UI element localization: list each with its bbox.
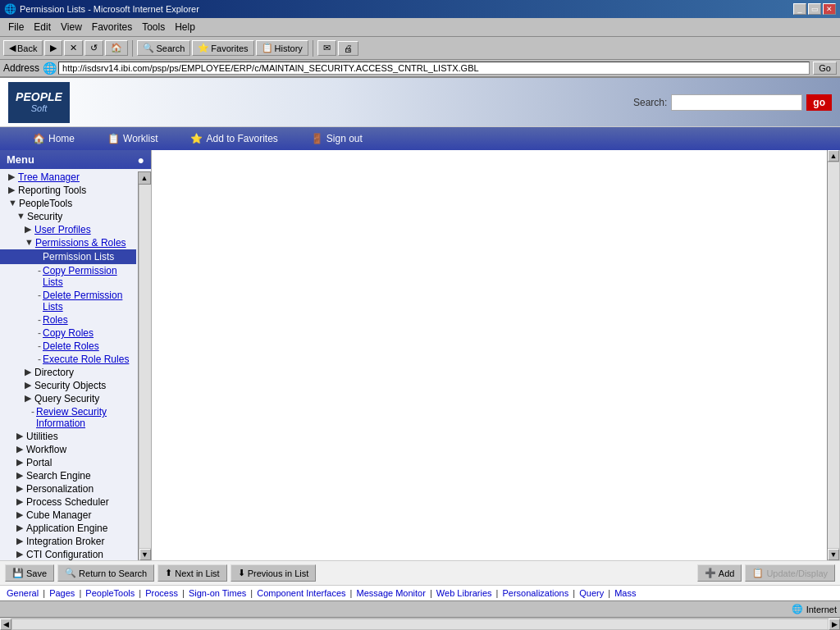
forward-button[interactable]: ▶ xyxy=(44,40,62,56)
minimize-button[interactable]: _ xyxy=(793,3,806,15)
menu-help[interactable]: Help xyxy=(170,20,200,34)
bottom-toolbar: 💾 💾 Save Save 🔍 Return to Search ⬆ Next … xyxy=(0,560,840,585)
sidebar-item-integration-broker[interactable]: ▶ Integration Broker xyxy=(0,535,136,548)
sidebar-title: Menu xyxy=(7,153,34,166)
footer-link-process[interactable]: Process xyxy=(145,588,178,598)
footer-link-peopletools[interactable]: PeopleTools xyxy=(85,588,135,598)
sidebar-item-execute-role-rules[interactable]: - Execute Role Rules xyxy=(0,353,136,366)
tree-toggle-directory: ▶ xyxy=(25,367,33,377)
nav-worklist[interactable]: 📋 Worklist xyxy=(91,130,174,147)
ps-go-button[interactable]: go xyxy=(806,94,832,111)
signout-icon: 🚪 xyxy=(311,133,323,144)
sidebar-collapse-button[interactable]: ● xyxy=(138,154,144,166)
footer-links: General | Pages | PeopleTools | Process … xyxy=(0,585,840,600)
sidebar-item-roles[interactable]: - Roles xyxy=(0,313,136,326)
add-icon: ➕ xyxy=(705,568,716,578)
sidebar-label-process-scheduler: Process Scheduler xyxy=(26,496,109,508)
footer-link-general[interactable]: General xyxy=(7,588,39,598)
sidebar-item-tree-manager[interactable]: ▶ Tree Manager xyxy=(0,171,136,184)
save-button[interactable]: 💾 💾 Save Save xyxy=(5,564,54,582)
history-button[interactable]: 📋 History xyxy=(256,40,308,56)
menu-view[interactable]: View xyxy=(56,20,87,34)
ie-icon: 🌐 xyxy=(4,3,16,15)
tree-toggle-integration-broker: ▶ xyxy=(16,536,25,546)
close-button[interactable]: ✕ xyxy=(823,3,836,15)
refresh-button[interactable]: ↺ xyxy=(84,40,103,56)
sidebar-item-user-profiles[interactable]: ▶ User Profiles xyxy=(0,223,136,236)
sidebar-label-tree-manager: Tree Manager xyxy=(18,171,80,183)
menu-tools[interactable]: Tools xyxy=(137,20,170,34)
scroll-left-button[interactable]: ◀ xyxy=(0,619,11,630)
nav-signout[interactable]: 🚪 Sign out xyxy=(294,130,379,147)
tree-toggle-utilities: ▶ xyxy=(16,431,25,441)
sidebar-item-query-security[interactable]: ▶ Query Security xyxy=(0,392,136,405)
sidebar-item-process-scheduler[interactable]: ▶ Process Scheduler xyxy=(0,495,136,509)
sidebar-item-application-engine[interactable]: ▶ Application Engine xyxy=(0,522,136,535)
add-button[interactable]: ➕ Add xyxy=(697,564,742,582)
footer-link-message-monitor[interactable]: Message Monitor xyxy=(356,588,425,598)
dash-execute-role-rules: - xyxy=(38,354,41,365)
back-button[interactable]: ◀ Back xyxy=(3,40,43,56)
scroll-right-button[interactable]: ▶ xyxy=(829,619,840,630)
sidebar-item-search-engine[interactable]: ▶ Search Engine xyxy=(0,469,136,482)
sidebar-item-utilities[interactable]: ▶ Utilities xyxy=(0,430,136,443)
nav-home[interactable]: 🏠 Home xyxy=(16,130,91,147)
mail-button[interactable]: ✉ xyxy=(317,40,336,56)
zone-text: Internet xyxy=(806,605,837,614)
sidebar-item-review-security[interactable]: - Review Security Information xyxy=(0,405,136,430)
favorites-button[interactable]: ⭐ Favorites xyxy=(192,40,253,56)
nav-home-label: Home xyxy=(48,133,75,144)
sidebar-item-delete-roles[interactable]: - Delete Roles xyxy=(0,340,136,353)
home-button[interactable]: 🏠 xyxy=(105,40,128,56)
nav-add-favorites[interactable]: ⭐ Add to Favorites xyxy=(174,130,294,147)
tree-toggle-process-scheduler: ▶ xyxy=(16,496,25,507)
stop-button[interactable]: ✕ xyxy=(64,40,83,56)
sidebar-item-permissions-roles[interactable]: ▼ Permissions & Roles xyxy=(0,236,136,249)
sidebar-item-permission-lists[interactable]: Permission Lists xyxy=(0,249,136,264)
sidebar-item-cube-manager[interactable]: ▶ Cube Manager xyxy=(0,509,136,522)
sidebar-label-roles: Roles xyxy=(43,314,68,326)
footer-link-personalizations[interactable]: Personalizations xyxy=(503,588,569,598)
sidebar-item-delete-permission-lists[interactable]: - Delete Permission Lists xyxy=(0,289,136,313)
sidebar-item-personalization[interactable]: ▶ Personalization xyxy=(0,482,136,495)
sidebar-label-copy-permission-lists: Copy Permission Lists xyxy=(43,265,136,288)
sidebar-scroll-up[interactable]: ▲ xyxy=(138,171,151,185)
footer-link-component-interfaces[interactable]: Component Interfaces xyxy=(257,588,345,598)
menu-edit[interactable]: Edit xyxy=(29,20,56,34)
previous-in-list-button[interactable]: ⬇ Previous in List xyxy=(231,564,317,582)
main-scroll-down[interactable]: ▼ xyxy=(828,549,839,560)
next-in-list-button[interactable]: ⬆ Next in List xyxy=(158,564,226,582)
menu-file[interactable]: File xyxy=(3,20,29,34)
search-button[interactable]: 🔍 Search xyxy=(137,40,190,56)
footer-link-query[interactable]: Query xyxy=(579,588,604,598)
menu-favorites[interactable]: Favorites xyxy=(87,20,137,34)
main-scroll-up[interactable]: ▲ xyxy=(828,150,839,162)
sidebar-item-directory[interactable]: ▶ Directory xyxy=(0,366,136,379)
window-title-text: Permission Lists - Microsoft Internet Ex… xyxy=(20,4,199,14)
address-input[interactable] xyxy=(58,62,810,75)
restore-button[interactable]: ▭ xyxy=(808,3,821,15)
footer-link-web-libraries[interactable]: Web Libraries xyxy=(436,588,492,598)
ps-search-input[interactable] xyxy=(671,94,802,111)
update-display-button[interactable]: 📋 Update/Display xyxy=(745,564,835,582)
footer-link-pages[interactable]: Pages xyxy=(49,588,75,598)
sidebar-item-security-objects[interactable]: ▶ Security Objects xyxy=(0,379,136,392)
sidebar-item-cti-configuration[interactable]: ▶ CTI Configuration xyxy=(0,548,136,560)
footer-link-mass[interactable]: Mass xyxy=(614,588,636,598)
sidebar-item-portal[interactable]: ▶ Portal xyxy=(0,456,136,469)
go-button[interactable]: Go xyxy=(813,62,837,75)
sidebar-label-directory: Directory xyxy=(34,367,74,378)
sidebar-label-personalization: Personalization xyxy=(26,483,94,495)
sidebar-scroll-end[interactable]: ▼ xyxy=(139,549,151,560)
sidebar-item-workflow[interactable]: ▶ Workflow xyxy=(0,443,136,456)
tree-toggle-permissions-roles: ▼ xyxy=(25,237,34,247)
sidebar-item-copy-roles[interactable]: - Copy Roles xyxy=(0,326,136,340)
return-to-search-button[interactable]: 🔍 Return to Search xyxy=(57,564,154,582)
sidebar-item-security[interactable]: ▼ Security xyxy=(0,210,136,223)
print-button[interactable]: 🖨 xyxy=(338,41,358,56)
ps-search-area: Search: go xyxy=(633,94,832,111)
footer-link-signon-times[interactable]: Sign-on Times xyxy=(189,588,246,598)
sidebar-item-peopletools[interactable]: ▼ PeopleTools xyxy=(0,197,136,210)
sidebar-item-copy-permission-lists[interactable]: - Copy Permission Lists xyxy=(0,264,136,289)
sidebar-item-reporting-tools[interactable]: ▶ Reporting Tools xyxy=(0,184,136,197)
